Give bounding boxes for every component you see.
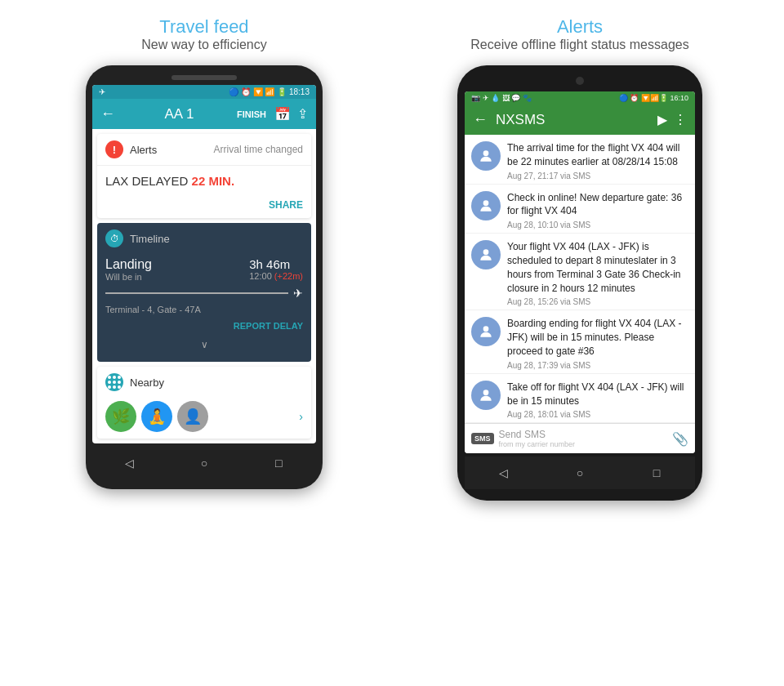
speaker xyxy=(172,75,237,80)
svg-point-4 xyxy=(483,390,489,395)
message-content-0: The arrival time for the flight VX 404 w… xyxy=(507,141,688,180)
share-icon[interactable]: ⇪ xyxy=(297,106,308,122)
home-nav-button[interactable]: ○ xyxy=(193,452,216,474)
right-app-bar: ← NXSMS ▶ ⋮ xyxy=(465,105,695,135)
nearby-avatars: 🌿 🧘 👤 › xyxy=(97,398,311,439)
sms-from-label: from my carrier number xyxy=(499,440,667,448)
right-home-nav-button[interactable]: ○ xyxy=(568,461,591,484)
page-container: Travel feed New way to efficiency ✈ 🔵 ⏰ … xyxy=(0,0,784,686)
message-time-3: Aug 28, 17:39 via SMS xyxy=(507,361,688,370)
timeline-label: Timeline xyxy=(130,233,170,245)
nearby-header: Nearby xyxy=(97,367,311,398)
menu-icon[interactable]: ⋮ xyxy=(674,112,687,127)
right-header: Alerts Receive offline flight status mes… xyxy=(470,16,688,52)
progress-line xyxy=(105,292,288,294)
message-text-1: Check in online! New departure gate: 36 … xyxy=(507,191,688,219)
timeline-clock-icon: ⏱ xyxy=(105,229,123,247)
message-text-2: Your flight VX 404 (LAX - JFK) is schedu… xyxy=(507,240,688,295)
sms-input-area[interactable]: Send SMS from my carrier number xyxy=(499,429,667,448)
message-time-1: Aug 28, 10:10 via SMS xyxy=(507,220,688,229)
landing-text: Landing xyxy=(105,257,152,272)
right-panel: Alerts Receive offline flight status mes… xyxy=(392,16,768,501)
share-button-area[interactable]: SHARE xyxy=(97,194,311,218)
time-info: 12:00 (+22m) xyxy=(249,271,303,281)
right-back-icon[interactable]: ← xyxy=(473,111,488,128)
video-icon[interactable]: ▶ xyxy=(657,112,667,127)
message-text-3: Boarding ending for flight VX 404 (LAX -… xyxy=(507,317,688,358)
will-be-in-text: Will be in xyxy=(105,272,152,282)
avatar-1: 🌿 xyxy=(105,401,136,432)
alerts-label: Alerts xyxy=(130,144,157,156)
nearby-chevron-icon[interactable]: › xyxy=(299,410,303,423)
message-avatar-1 xyxy=(471,191,501,220)
report-delay-label[interactable]: REPORT DELAY xyxy=(234,321,303,331)
right-phone-screen: 📷 ✈ 💧 🖼 💬 🐾 🔵 ⏰ 🔽📶🔋 16:10 ← NXSMS ▶ ⋮ xyxy=(465,91,695,453)
message-item: Take off for flight VX 404 (LAX - JFK) w… xyxy=(465,374,695,424)
message-text-0: The arrival time for the flight VX 404 w… xyxy=(507,141,688,169)
timeline-body: Landing Will be in 3h 46m 12:00 (+22m) xyxy=(97,254,311,362)
message-avatar-0 xyxy=(471,141,501,171)
nearby-label: Nearby xyxy=(130,376,164,389)
message-avatar-2 xyxy=(471,240,501,270)
message-avatar-3 xyxy=(471,317,501,346)
message-item: The arrival time for the flight VX 404 w… xyxy=(465,135,695,185)
terminal-text: Terminal - 4, Gate - 47A xyxy=(105,305,303,314)
timeline-card: ⏱ Timeline Landing Will be in 3h 46m xyxy=(97,223,311,362)
calendar-icon[interactable]: 📅 xyxy=(274,106,291,122)
nearby-dots-icon xyxy=(105,373,123,391)
front-camera xyxy=(576,77,584,85)
left-phone-frame: ✈ 🔵 ⏰ 🔽 📶 🔋 18:13 ← AA 1 FINISH 📅 ⇪ xyxy=(86,65,323,489)
attachment-icon[interactable]: 📎 xyxy=(672,431,688,447)
left-app-title: AA 1 xyxy=(122,106,237,122)
svg-point-0 xyxy=(483,150,489,156)
right-title: Alerts xyxy=(470,16,688,38)
recent-nav-button[interactable]: □ xyxy=(267,452,290,474)
right-subtitle: Receive offline flight status messages xyxy=(470,38,688,52)
timeline-landing-row: Landing Will be in 3h 46m 12:00 (+22m) xyxy=(105,257,303,282)
svg-point-3 xyxy=(483,327,489,332)
message-time-4: Aug 28, 18:01 via SMS xyxy=(507,410,688,419)
left-status-bar: ✈ 🔵 ⏰ 🔽 📶 🔋 18:13 xyxy=(92,85,316,99)
message-content-2: Your flight VX 404 (LAX - JFK) is schedu… xyxy=(507,240,688,306)
message-item: Your flight VX 404 (LAX - JFK) is schedu… xyxy=(465,234,695,310)
left-back-icon[interactable]: ← xyxy=(100,105,115,122)
right-status-right-icons: 🔵 ⏰ 🔽📶🔋 16:10 xyxy=(619,94,688,102)
message-text-4: Take off for flight VX 404 (LAX - JFK) w… xyxy=(507,381,688,408)
alert-exclamation-icon: ! xyxy=(105,140,123,158)
right-status-bar: 📷 ✈ 💧 🖼 💬 🐾 🔵 ⏰ 🔽📶🔋 16:10 xyxy=(465,91,695,105)
svg-point-2 xyxy=(483,250,489,256)
nearby-card: Nearby 🌿 🧘 👤 › xyxy=(97,367,311,439)
finish-button[interactable]: FINISH xyxy=(237,109,266,119)
message-time-2: Aug 28, 15:26 via SMS xyxy=(507,297,688,306)
right-recent-nav-button[interactable]: □ xyxy=(645,461,668,484)
chevron-down-icon[interactable]: ∨ xyxy=(105,336,303,355)
avatar-2: 🧘 xyxy=(141,401,172,432)
share-button-label[interactable]: SHARE xyxy=(269,199,303,211)
left-appbar-icons: 📅 ⇪ xyxy=(274,106,308,122)
sms-input-row: SMS Send SMS from my carrier number 📎 xyxy=(465,423,695,453)
delay-text: LAX DELAYED 22 MIN. xyxy=(105,174,234,188)
alerts-left: ! Alerts xyxy=(105,140,157,158)
right-phone-frame: 📷 ✈ 💧 🖼 💬 🐾 🔵 ⏰ 🔽📶🔋 16:10 ← NXSMS ▶ ⋮ xyxy=(457,65,702,501)
svg-point-1 xyxy=(483,200,489,206)
sms-placeholder: Send SMS xyxy=(499,429,667,440)
report-delay-area[interactable]: REPORT DELAY xyxy=(105,314,303,336)
duration-text: 3h 46m xyxy=(249,257,303,271)
plane-icon: ✈ xyxy=(293,287,303,300)
messages-list: The arrival time for the flight VX 404 w… xyxy=(465,135,695,423)
back-nav-button[interactable]: ◁ xyxy=(118,452,141,474)
left-title: Travel feed xyxy=(141,16,267,38)
message-avatar-4 xyxy=(471,381,501,410)
message-item: Check in online! New departure gate: 36 … xyxy=(465,185,695,234)
arrival-changed-text: Arrival time changed xyxy=(214,144,303,155)
right-back-nav-button[interactable]: ◁ xyxy=(492,461,514,484)
message-content-3: Boarding ending for flight VX 404 (LAX -… xyxy=(507,317,688,369)
left-phone-screen: ✈ 🔵 ⏰ 🔽 📶 🔋 18:13 ← AA 1 FINISH 📅 ⇪ xyxy=(92,85,316,443)
left-status-plane-icon: ✈ xyxy=(99,87,105,96)
message-content-1: Check in online! New departure gate: 36 … xyxy=(507,191,688,230)
left-panel: Travel feed New way to efficiency ✈ 🔵 ⏰ … xyxy=(16,16,392,489)
delay-highlight: 22 MIN. xyxy=(192,174,235,188)
left-status-icons: 🔵 ⏰ 🔽 📶 🔋 18:13 xyxy=(229,87,310,96)
right-status-left-icons: 📷 ✈ 💧 🖼 💬 🐾 xyxy=(471,94,532,102)
timeline-header: ⏱ Timeline xyxy=(97,223,311,254)
